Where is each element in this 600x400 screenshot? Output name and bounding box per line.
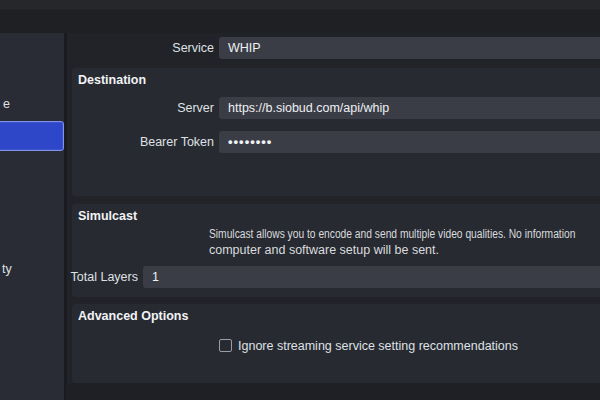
advanced-options-group-title: Advanced Options bbox=[78, 309, 188, 323]
ignore-recommendations-checkbox-label[interactable]: Ignore streaming service setting recomme… bbox=[238, 339, 518, 353]
sidebar-item-truncated-2[interactable]: ty bbox=[2, 262, 12, 276]
settings-sidebar: e ty bbox=[0, 33, 64, 400]
content-bottom-band bbox=[66, 383, 600, 400]
sidebar-item-truncated-1[interactable]: e bbox=[3, 97, 10, 111]
bearer-token-input[interactable]: •••••••• bbox=[219, 131, 600, 153]
sidebar-item-selected[interactable] bbox=[0, 121, 64, 151]
service-combobox[interactable]: WHIP bbox=[219, 37, 600, 59]
bearer-token-label: Bearer Token bbox=[66, 131, 214, 153]
destination-group-title: Destination bbox=[78, 73, 146, 87]
server-label: Server bbox=[66, 97, 214, 119]
simulcast-description-line1: Simulcast allows you to encode and send … bbox=[209, 227, 575, 241]
settings-window: e ty Service WHIP Destination Server htt… bbox=[0, 0, 600, 400]
service-label: Service bbox=[66, 37, 214, 59]
total-layers-label: Total Layers bbox=[66, 266, 138, 288]
simulcast-description-line2: computer and software setup will be sent… bbox=[209, 243, 439, 257]
window-top-band bbox=[0, 0, 600, 33]
server-input[interactable]: https://b.siobud.com/api/whip bbox=[219, 97, 600, 119]
sidebar-divider bbox=[64, 33, 67, 400]
ignore-recommendations-checkbox[interactable] bbox=[219, 339, 232, 352]
total-layers-input[interactable]: 1 bbox=[143, 266, 600, 288]
simulcast-group-title: Simulcast bbox=[78, 209, 137, 223]
